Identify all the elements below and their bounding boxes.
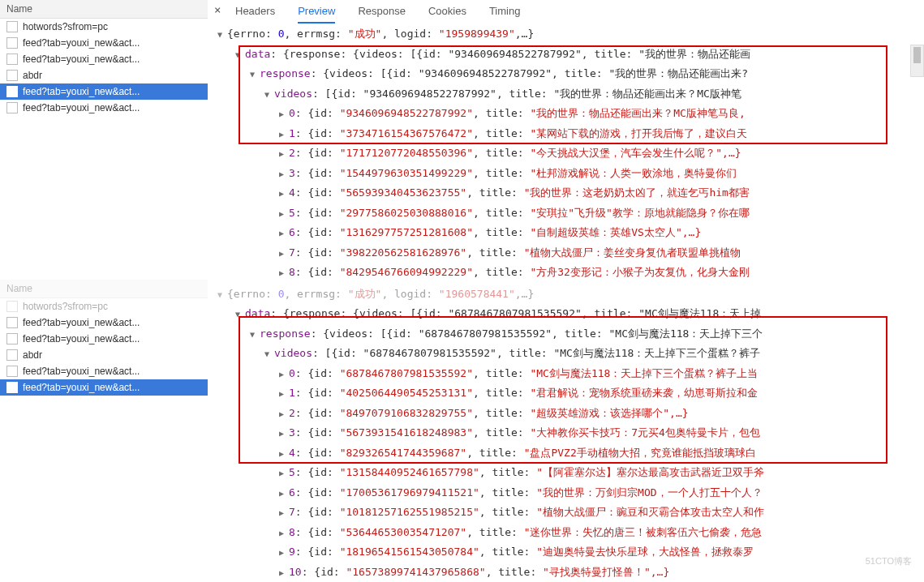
expand-toggle[interactable] [250,65,258,84]
request-name: hotwords?sfrom=pc [23,301,108,312]
tab-response[interactable]: Response [358,5,406,24]
video-row[interactable]: 5: {id: "13158440952461657798", title: "… [211,463,924,483]
name-column-header[interactable]: Name [0,0,208,19]
video-row[interactable]: 2: {id: "1717120772048550396", title: "今… [211,143,924,164]
request-name: abdr [23,349,42,361]
video-row[interactable]: 8: {id: "8429546766094992229", title: "方… [211,263,924,283]
expand-toggle[interactable] [235,45,243,65]
request-row[interactable]: feed?tab=youxi_new&act... [0,379,208,396]
request-row[interactable]: abdr [0,347,208,363]
expand-toggle[interactable] [264,344,273,364]
request-name: feed?tab=youxi_new&act... [23,102,140,113]
tab-cookies[interactable]: Cookies [428,5,466,24]
expand-toggle[interactable] [264,85,273,105]
request-name: hotwords?sfrom=pc [23,21,108,32]
file-icon [6,366,18,377]
file-icon [6,70,18,81]
expand-toggle[interactable] [279,244,287,263]
file-icon [6,382,18,393]
video-row[interactable]: 1: {id: "4025064490545253131", title: "君… [211,383,924,404]
video-row[interactable]: 9: {id: "18196541561543050784", title: "… [211,542,924,563]
video-row[interactable]: 2: {id: "8497079106832829755", title: "超… [211,404,924,424]
video-row[interactable]: 10: {id: "16573899741437965868", title: … [211,563,924,583]
expand-toggle[interactable] [279,224,287,243]
request-row[interactable]: feed?tab=youxi_new&act... [0,363,208,379]
request-name: feed?tab=youxi_new&act... [23,366,140,377]
request-row[interactable]: feed?tab=youxi_new&act... [0,315,208,331]
request-list-panel-2: Name hotwords?sfrom=pcfeed?tab=youxi_new… [0,280,208,396]
expand-toggle[interactable] [279,424,287,443]
expand-toggle[interactable] [279,563,287,583]
video-row[interactable]: 6: {id: "1316297757251281608", title: "自… [211,223,924,243]
expand-toggle[interactable] [279,105,287,124]
request-name: feed?tab=youxi_new&act... [23,37,140,49]
request-name: feed?tab=youxi_new&act... [23,53,140,65]
expand-toggle[interactable] [279,404,287,424]
video-row[interactable]: 8: {id: "536446530035471207", title: "迷你… [211,523,924,543]
video-row[interactable]: 0: {id: "9346096948522787992", title: "我… [211,104,924,124]
request-row[interactable]: feed?tab=youxi_new&act... [0,51,208,67]
request-list-panel: Name hotwords?sfrom=pcfeed?tab=youxi_new… [0,0,208,116]
file-icon [6,37,18,49]
expand-toggle[interactable] [279,524,287,543]
file-icon [6,102,18,113]
video-row[interactable]: 1: {id: "3734716154367576472", title: "某… [211,124,924,144]
expand-toggle[interactable] [279,184,287,203]
request-name: abdr [23,70,42,81]
video-row[interactable]: 7: {id: "398220562581628976", title: "植物… [211,243,924,263]
close-icon[interactable]: × [214,3,221,16]
request-row[interactable]: feed?tab=youxi_new&act... [0,100,208,116]
expand-toggle[interactable] [279,263,287,283]
expand-toggle[interactable] [235,305,243,324]
expand-toggle[interactable] [279,204,287,224]
file-icon [6,53,18,65]
file-icon [6,301,18,312]
video-row[interactable]: 7: {id: "10181257162551985215", title: "… [211,503,924,523]
file-icon [6,317,18,328]
tab-preview[interactable]: Preview [298,5,335,24]
expand-toggle[interactable] [279,384,287,404]
video-row[interactable]: 6: {id: "17005361796979411521", title: "… [211,483,924,503]
expand-toggle[interactable] [279,125,287,144]
tab-timing[interactable]: Timing [489,5,521,24]
request-name: feed?tab=youxi_new&act... [23,86,140,97]
tab-headers[interactable]: Headers [235,5,275,24]
expand-toggle[interactable] [279,144,287,164]
video-row[interactable]: 4: {id: "829326541744359687", title: "盘点… [211,443,924,464]
request-row[interactable]: feed?tab=youxi_new&act... [0,331,208,347]
request-row[interactable]: hotwords?sfrom=pc [0,19,208,35]
video-row[interactable]: 0: {id: "6878467807981535592", title: "M… [211,364,924,384]
expand-toggle[interactable] [279,484,287,503]
expand-toggle[interactable] [217,25,226,45]
video-row[interactable]: 3: {id: "1544979630351499229", title: "杜… [211,164,924,184]
request-row[interactable]: abdr [0,67,208,83]
request-name: feed?tab=youxi_new&act... [23,382,140,393]
file-icon [6,86,18,97]
request-row[interactable]: feed?tab=youxi_new&act... [0,35,208,51]
video-row[interactable]: 4: {id: "565939340453623755", title: "我的… [211,183,924,203]
request-row[interactable]: feed?tab=youxi_new&act... [0,83,208,100]
video-row[interactable]: 5: {id: "2977586025030888016", title: "安… [211,203,924,224]
file-icon [6,21,18,32]
file-icon [6,333,18,344]
expand-toggle[interactable] [279,464,287,483]
name-column-header[interactable]: Name [0,280,208,298]
request-row[interactable]: hotwords?sfrom=pc [0,298,208,315]
request-name: feed?tab=youxi_new&act... [23,333,140,344]
expand-toggle[interactable] [279,365,287,384]
watermark: 51CTO博客 [866,555,912,567]
expand-toggle[interactable] [279,543,287,563]
request-name: feed?tab=youxi_new&act... [23,317,140,328]
expand-toggle[interactable] [279,444,287,464]
preview-pane: {errno: 0, errmsg: "成功", logid: "1959899… [211,24,924,582]
expand-toggle[interactable] [279,165,287,184]
expand-toggle[interactable] [279,503,287,523]
file-icon [6,349,18,361]
expand-toggle[interactable] [250,325,258,344]
video-row[interactable]: 3: {id: "5673931541618248983", title: "大… [211,423,924,443]
